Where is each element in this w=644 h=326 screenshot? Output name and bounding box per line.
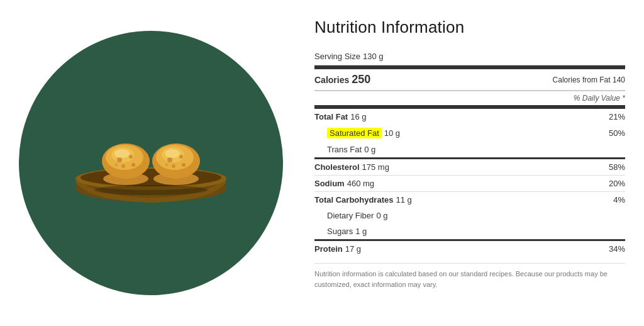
circle-background: [19, 31, 283, 295]
total-fat-row: Total Fat16 g21%: [314, 105, 625, 125]
sodium-row: Sodium460 mg20%: [314, 175, 625, 191]
calories-row: Calories 250 Calories from Fat 140: [314, 65, 625, 91]
svg-point-17: [167, 157, 172, 162]
svg-point-2: [80, 169, 221, 186]
dietary-fiber-left: Dietary Fiber0 g: [314, 211, 388, 220]
trans-fat-row: Trans Fat0 g: [314, 142, 625, 157]
svg-point-23: [94, 185, 208, 195]
total-carbohydrates-label: Total Carbohydrates: [314, 195, 393, 205]
cholesterol-row: Cholesterol175 mg58%: [314, 157, 625, 175]
svg-point-11: [131, 163, 135, 167]
serving-size-label: Serving Size 130 g: [314, 52, 384, 61]
nutrition-title: Nutrition Information: [314, 18, 625, 37]
svg-point-7: [117, 157, 122, 162]
daily-value-header-text: % Daily Value *: [574, 94, 625, 103]
total-fat-left: Total Fat16 g: [314, 112, 367, 121]
svg-point-9: [121, 164, 125, 168]
svg-point-19: [172, 164, 175, 168]
svg-point-18: [179, 155, 183, 159]
total-fat-value: 16 g: [350, 112, 366, 121]
svg-point-22: [165, 149, 180, 158]
protein-value: 17 g: [345, 244, 361, 254]
svg-point-10: [115, 164, 118, 167]
svg-point-8: [129, 155, 133, 159]
protein-row: Protein17 g34%: [314, 239, 625, 257]
saturated-fat-highlight: Saturated Fat: [327, 128, 382, 138]
total-carbohydrates-row: Total Carbohydrates11 g4%: [314, 191, 625, 208]
sugars-left: Sugars1 g: [314, 227, 367, 236]
svg-point-21: [182, 163, 186, 167]
dietary-fiber-value: 0 g: [376, 211, 387, 220]
saturated-fat-label: Saturated Fat: [330, 128, 379, 138]
total-fat-daily: 21%: [609, 112, 625, 121]
trans-fat-label: Trans Fat: [327, 145, 362, 154]
total-carbohydrates-daily: 4%: [613, 195, 625, 205]
total-carbohydrates-value: 11 g: [396, 195, 411, 205]
saturated-fat-daily: 50%: [609, 128, 625, 138]
trans-fat-left: Trans Fat0 g: [314, 145, 375, 154]
nutrition-table: Serving Size 130 g Calories 250 Calories…: [314, 48, 625, 313]
cholesterol-label: Cholesterol: [314, 162, 360, 172]
saturated-fat-row: Saturated Fat10 g50%: [314, 125, 625, 142]
calories-from-fat: Calories from Fat 140: [553, 76, 625, 84]
sugars-row: Sugars1 g: [314, 223, 625, 239]
food-image-panel: [0, 0, 302, 326]
sodium-left: Sodium460 mg: [314, 179, 374, 188]
cholesterol-left: Cholesterol175 mg: [314, 162, 389, 172]
nutrients-container: Total Fat16 g21%Saturated Fat10 g50%Tran…: [314, 105, 625, 257]
total-carbohydrates-left: Total Carbohydrates11 g: [314, 195, 412, 205]
sugars-label: Sugars: [327, 227, 353, 236]
svg-point-12: [114, 149, 130, 158]
svg-point-20: [165, 164, 169, 167]
sugars-value: 1 g: [355, 227, 367, 236]
trans-fat-value: 0 g: [364, 145, 375, 154]
disclaimer: Nutrition information is calculated base…: [314, 263, 625, 289]
saturated-fat-left: Saturated Fat10 g: [314, 128, 400, 138]
calories-left: Calories 250: [314, 73, 370, 86]
sodium-value: 460 mg: [347, 179, 374, 188]
daily-value-header-row: % Daily Value *: [314, 91, 625, 105]
food-image: [69, 122, 233, 204]
protein-left: Protein17 g: [314, 244, 361, 254]
dietary-fiber-label: Dietary Fiber: [327, 211, 374, 220]
cholesterol-value: 175 mg: [362, 162, 389, 172]
cholesterol-daily: 58%: [609, 162, 625, 172]
sodium-label: Sodium: [314, 179, 345, 188]
protein-daily: 34%: [609, 244, 625, 254]
saturated-fat-value: 10 g: [384, 128, 400, 138]
nutrition-panel: Nutrition Information Serving Size 130 g…: [302, 0, 644, 326]
total-fat-label: Total Fat: [314, 112, 348, 121]
dietary-fiber-row: Dietary Fiber0 g: [314, 208, 625, 223]
sodium-daily: 20%: [609, 179, 625, 188]
serving-size-row: Serving Size 130 g: [314, 48, 625, 65]
protein-label: Protein: [314, 244, 343, 254]
